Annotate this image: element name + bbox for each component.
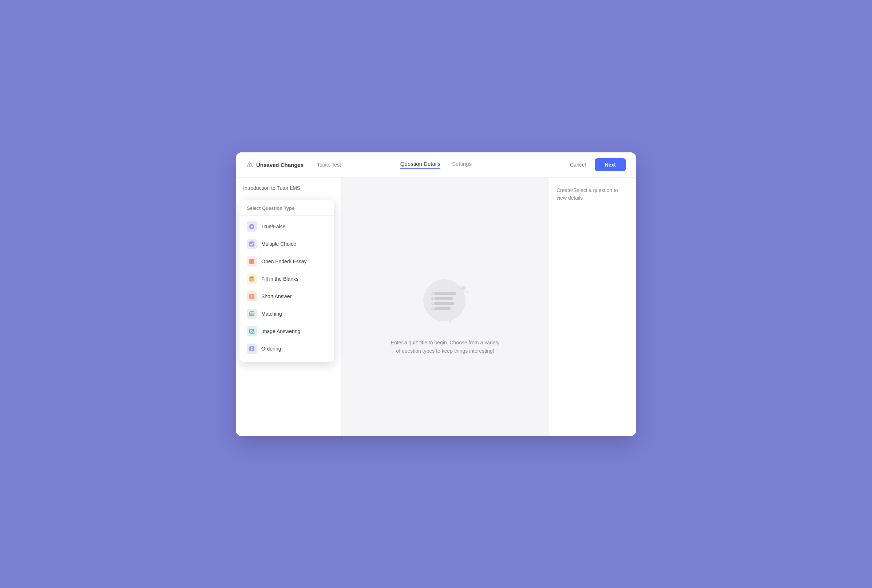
- ordering-icon: [247, 344, 257, 354]
- topic-badge: Topic: Test: [311, 162, 341, 168]
- true-false-label: True/False: [261, 224, 285, 230]
- svg-rect-21: [434, 302, 454, 305]
- empty-state-text: Enter a quiz title to begin. Choose from…: [391, 339, 500, 355]
- svg-text:D: D: [431, 307, 434, 310]
- image-answering-icon: [247, 326, 257, 336]
- right-panel-text: Create/Select a question to view details: [556, 186, 629, 202]
- modal-container: Unsaved Changes Topic: Test Question Det…: [236, 152, 636, 436]
- fill-blanks-label: Fill in the Blanks: [261, 276, 298, 282]
- fill-blanks-icon: ⏳: [247, 274, 257, 284]
- svg-text:✍: ✍: [250, 259, 254, 264]
- empty-state: A B C D Enter a quiz title to begin. Cho…: [391, 273, 500, 355]
- cancel-button[interactable]: Cancel: [565, 159, 590, 171]
- multiple-choice-label: Multiple Choice: [261, 241, 296, 247]
- svg-point-28: [461, 286, 466, 291]
- svg-text:⏳: ⏳: [249, 276, 254, 281]
- unsaved-label: Unsaved Changes: [256, 162, 304, 168]
- ordering-label: Ordering: [261, 346, 281, 352]
- warning-icon: [246, 161, 253, 168]
- image-answering-label: Image Answering: [261, 328, 300, 334]
- svg-text:B: B: [431, 297, 433, 300]
- dropdown-title: Select Question Type: [239, 204, 334, 216]
- multiple-choice-icon: [247, 239, 257, 249]
- option-ordering[interactable]: Ordering: [239, 340, 334, 357]
- unsaved-changes: Unsaved Changes: [246, 161, 304, 168]
- svg-point-18: [423, 279, 466, 321]
- svg-rect-19: [434, 292, 456, 295]
- header: Unsaved Changes Topic: Test Question Det…: [236, 152, 636, 178]
- matching-label: Matching: [261, 311, 282, 317]
- sidebar: Introduction to Tutor LMS Questions + No…: [236, 178, 341, 436]
- matching-icon: [247, 309, 257, 319]
- body: Introduction to Tutor LMS Questions + No…: [236, 178, 636, 436]
- option-short-answer[interactable]: + Short Answer: [239, 288, 334, 305]
- next-button[interactable]: Next: [595, 158, 626, 171]
- empty-illustration: A B C D: [416, 273, 474, 331]
- tab-settings[interactable]: Settings: [452, 161, 472, 169]
- short-answer-icon: +: [247, 291, 257, 302]
- course-title: Introduction to Tutor LMS: [236, 185, 341, 197]
- option-open-ended[interactable]: ✍ Open Ended/ Essay: [239, 253, 334, 270]
- svg-text:A: A: [431, 292, 433, 295]
- short-answer-label: Short Answer: [261, 294, 292, 299]
- open-ended-label: Open Ended/ Essay: [261, 258, 307, 264]
- tab-question-details[interactable]: Question Details: [400, 161, 441, 169]
- main-content: A B C D Enter a quiz title to begin. Cho…: [341, 178, 549, 436]
- svg-text:C: C: [431, 302, 434, 306]
- header-actions: Cancel Next: [565, 158, 626, 171]
- svg-point-3: [251, 225, 253, 228]
- header-tabs: Question Details Settings: [400, 161, 472, 169]
- option-true-false[interactable]: True/False: [239, 218, 334, 235]
- svg-point-29: [466, 291, 468, 294]
- option-fill-blanks[interactable]: ⏳ Fill in the Blanks: [239, 270, 334, 288]
- option-multiple-choice[interactable]: Multiple Choice: [239, 235, 334, 253]
- option-image-answering[interactable]: Image Answering: [239, 322, 334, 340]
- svg-text:+: +: [250, 294, 253, 299]
- svg-point-1: [249, 166, 250, 167]
- svg-rect-26: [434, 307, 451, 310]
- option-matching[interactable]: Matching: [239, 305, 334, 322]
- svg-rect-20: [434, 297, 453, 300]
- true-false-icon: [247, 222, 257, 232]
- svg-point-16: [250, 330, 252, 331]
- question-type-dropdown: Select Question Type True/False Multiple…: [239, 200, 334, 362]
- right-panel: Create/Select a question to view details: [549, 178, 636, 436]
- open-ended-icon: ✍: [247, 256, 257, 267]
